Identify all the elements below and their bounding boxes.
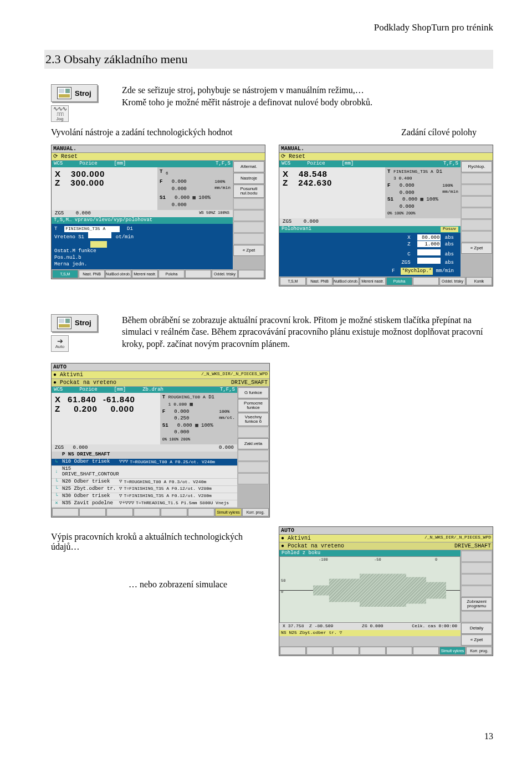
simulation-canvas: -100 -50 0 50 0 (279, 556, 461, 623)
paragraph-2: Během obrábění se zobrazuje aktuální pra… (122, 314, 493, 350)
page-number: 13 (484, 731, 493, 741)
hkey-simult[interactable]: Simult vykres (215, 508, 242, 516)
machine-icon (57, 87, 71, 99)
stroj-label: Stroj (75, 319, 91, 327)
jog-mode-icon[interactable]: ∿∿∿ ⎍⎍⎍ Jog (51, 105, 69, 122)
z-value: 300.000 (70, 178, 104, 187)
cnc-screenshot-position: MANUAL. ⟳ Reset WCSPozice[mm]T,F,S X 48.… (279, 145, 493, 286)
shot1-title: MANUAL. (53, 146, 76, 152)
vertical-softkeys: Alternat. Nastroje Posunuti nul.bodu « Z… (233, 161, 265, 269)
caption-steplist: Výpis pracovních kroků a aktuálních tech… (51, 532, 265, 552)
softkey-nastroje[interactable]: Nastroje (233, 173, 264, 184)
softkey-gfunkce[interactable]: G funkce (238, 387, 269, 398)
hkey-simult[interactable]: Simult vykres (439, 647, 466, 655)
pos-header: WCSPozice[mm] T,F,S (52, 161, 233, 167)
reset-label: Reset (61, 153, 78, 160)
hkey-nulbod[interactable]: NulBod obrob. (105, 270, 131, 278)
hkey-konik[interactable]: Konik (466, 277, 492, 285)
auto-label: Auto (55, 345, 64, 349)
section-heading: 2.3 Obsahy základního menu (44, 50, 493, 69)
shot1-reset: ⟳ (53, 153, 61, 160)
current-prog-row: NS N25 Zbyt.odber tr. ▽ (279, 630, 461, 636)
shot3-title: AUTO (53, 364, 66, 370)
hkey-mereni[interactable]: Mereni nastr. (360, 277, 386, 285)
softkey-zaklveta[interactable]: Zakl.veta (238, 438, 269, 449)
softkey-alternat[interactable]: Alternat. (233, 161, 264, 172)
prog-row[interactable]: └N30 Odber trisek▽T=FINISHING_T35 A F0.1… (52, 493, 237, 500)
hkey-nulbod[interactable]: NulBod obrob. (333, 277, 359, 285)
pohled-label: Pohled z boku (282, 551, 320, 556)
softkey-detaily[interactable]: Detaily (461, 623, 492, 634)
softkey-zobrazeni[interactable]: Zobrazeni programu (461, 597, 492, 611)
hkey-tsm[interactable]: T,S,M (52, 270, 78, 278)
jog-label: Jog (57, 117, 64, 121)
x-label: X (55, 169, 61, 178)
machine-icon (57, 317, 71, 329)
hkey-tsm[interactable]: T,S,M (280, 277, 306, 285)
stroj-label: Stroj (75, 89, 91, 98)
x-value: 48.548 (299, 169, 328, 178)
prog-row[interactable]: └N20 Odber trisek▽T=ROUGHING_T80 A F0.3/… (52, 479, 237, 486)
auto-mode-icon[interactable]: ➔ Auto (51, 335, 69, 352)
stroj-button[interactable]: Stroj (51, 84, 98, 102)
z-value: 242.630 (298, 178, 332, 187)
softkey-zpet[interactable]: « Zpet (461, 243, 492, 254)
tsm-bar: T,S,M… vpravo/vlevo/vyp/polohovat (54, 218, 152, 223)
cnc-screenshot-tsm: MANUAL. ⟳ Reset WCSPozice[mm] T,F,S X 30… (51, 145, 265, 279)
caption-simulation: … nebo zobrazení simulace (129, 580, 265, 590)
softkey-rychlop[interactable]: Rychlop. (461, 161, 492, 172)
hkey-korr[interactable]: Korr. prog. (466, 647, 492, 655)
prog-row[interactable]: └N25 Zbyt.odber tr.▽T=FINISHING_T35 A F0… (52, 486, 237, 493)
z-label: Z (55, 178, 60, 187)
position-panel: X 80.000 abs Z 1.000 abs C abs ZGS abs F… (279, 233, 461, 276)
caption-tsm: Vyvolání nástroje a zadání technologický… (51, 127, 257, 137)
shot2-title: MANUAL. (281, 146, 304, 152)
polohovani-bar: Polohovani (282, 227, 311, 232)
stroj-button-2[interactable]: Stroj (51, 314, 98, 332)
softkey-blank (233, 233, 264, 244)
para1-line2: Kromě toho je možné měřit nástroje a def… (122, 96, 493, 109)
hkey-blank (238, 270, 264, 278)
hkey-poloha[interactable]: Poloha (386, 277, 412, 285)
hkey-oddel[interactable]: Oddel. trisky (212, 270, 238, 278)
prog-row[interactable]: ↳N10 Odber trisek▽▽▽T=ROUGHING_T80 A F0.… (52, 459, 237, 466)
hkey-korr[interactable]: Korr. prog. (242, 508, 269, 516)
softkey-vsechny[interactable]: Vsechny funkce 6 (238, 413, 269, 426)
paragraph-1: Zde se seřizuje stroj, pohybuje se nástr… (122, 84, 493, 108)
hkey-pnb[interactable]: Nast. PNB (306, 277, 332, 285)
softkey-blank (233, 210, 264, 221)
workpiece-shape (313, 573, 446, 607)
softkey-pomocne[interactable]: Pomocne funkce (238, 399, 269, 412)
tsm-panel: T FINISHING_T35 A D1 Vreteno S1 ot/min O… (52, 224, 233, 269)
softkey-zpet[interactable]: « Zpet (233, 245, 264, 256)
softkey-posunuti[interactable]: Posunuti nul.bodu (233, 185, 264, 198)
horizontal-softkeys: T,S,M Nast. PNB NulBod obrob. Mereni nas… (52, 269, 265, 279)
para1-line1: Zde se seřizuje stroj, pohybuje se nástr… (122, 84, 493, 96)
softkey-blank (233, 222, 264, 233)
reset-label: Reset (289, 153, 305, 160)
softkey-zpet[interactable]: « Zpet (461, 634, 492, 646)
hkey-mereni[interactable]: Mereni nastr. (132, 270, 158, 278)
prog-row[interactable]: ✕N35 Zavit podelne▽+▽▽▽T=THREADING_T1.5 … (52, 500, 237, 508)
cnc-screenshot-auto-list: AUTO ● Aktivni/_N_WKS_DIR/_N_PIECES_WPD … (51, 363, 270, 518)
prog-row[interactable]: ↓N15 DRIVE_SHAFT_CONTOUR (52, 466, 237, 479)
program-list: P NS DRIVE_SHAFT ↳N10 Odber trisek▽▽▽T=R… (52, 452, 237, 507)
hkey-poloha[interactable]: Poloha (158, 270, 185, 278)
caption-position: Zadání cílové polohy (270, 127, 493, 137)
doc-header: Podklady ShopTurn pro trénink (44, 22, 493, 33)
hkey-pnb[interactable]: Nast. PNB (79, 270, 105, 278)
cnc-screenshot-simulation: AUTO ● Aktivni/_N_WKS_DIR/_N_PIECES_WPD … (279, 526, 493, 656)
softkey-blank (233, 198, 264, 209)
x-value: 300.000 (71, 169, 105, 178)
hkey-blank (185, 270, 211, 278)
hkey-oddel[interactable]: Oddel. trisky (439, 277, 466, 285)
